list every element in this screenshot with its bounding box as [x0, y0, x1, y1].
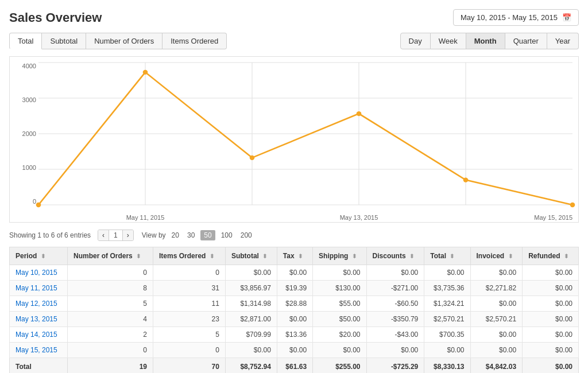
date-range-button[interactable]: May 10, 2015 - May 15, 2015 📅: [453, 9, 579, 26]
view-30[interactable]: 30: [185, 230, 197, 240]
cell-tax: $13.36: [277, 327, 312, 343]
table-row: May 14, 2015 2 5 $709.99 $13.36 $20.00 -…: [10, 327, 579, 343]
tab-total[interactable]: Total: [9, 33, 42, 49]
cell-discounts: -$271.00: [366, 281, 424, 296]
sort-icon-invoiced: ⬍: [508, 253, 513, 259]
prev-page-btn[interactable]: ‹: [98, 230, 109, 240]
cell-tax: $0.00: [277, 312, 312, 327]
y-label-0: 0: [33, 198, 36, 205]
cell-orders: 4: [68, 312, 153, 327]
footer-discounts: -$725.29: [366, 358, 424, 374]
y-label-4000: 4000: [22, 63, 36, 69]
cell-invoiced: $2,570.21: [470, 312, 523, 327]
period-day[interactable]: Day: [400, 33, 431, 49]
cell-total: $3,735.36: [424, 281, 470, 296]
cell-refunded: $0.00: [523, 265, 579, 281]
tab-subtotal[interactable]: Subtotal: [42, 33, 86, 49]
col-refunded[interactable]: Refunded ⬍: [523, 247, 579, 265]
col-invoiced[interactable]: Invoiced ⬍: [470, 247, 523, 265]
cell-items: 0: [153, 265, 226, 281]
svg-point-10: [143, 70, 148, 75]
cell-total: $0.00: [424, 265, 470, 281]
col-period[interactable]: Period ⬍: [10, 247, 68, 265]
table-row: May 15, 2015 0 0 $0.00 $0.00 $0.00 $0.00…: [10, 343, 579, 358]
cell-subtotal: $1,314.98: [225, 296, 277, 312]
x-label-may13: May 13, 2015: [340, 214, 378, 221]
view-by-label: View by: [142, 231, 166, 239]
cell-items: 23: [153, 312, 226, 327]
cell-orders: 0: [68, 265, 153, 281]
view-200[interactable]: 200: [238, 230, 254, 240]
cell-subtotal: $0.00: [225, 343, 277, 358]
cell-tax: $0.00: [277, 343, 312, 358]
cell-shipping: $55.00: [313, 296, 366, 312]
col-tax[interactable]: Tax ⬍: [277, 247, 312, 265]
svg-point-14: [570, 203, 575, 207]
sort-icon-items: ⬍: [210, 253, 214, 259]
view-50[interactable]: 50: [200, 230, 215, 240]
cell-shipping: $130.00: [313, 281, 366, 296]
period-buttons: Day Week Month Quarter Year: [400, 33, 579, 49]
col-orders[interactable]: Number of Orders ⬍: [68, 247, 153, 265]
footer-shipping: $255.00: [313, 358, 366, 374]
cell-period[interactable]: May 14, 2015: [10, 327, 68, 343]
next-page-btn[interactable]: ›: [123, 230, 133, 240]
period-quarter[interactable]: Quarter: [505, 33, 547, 49]
cell-discounts: -$43.00: [366, 327, 424, 343]
cell-shipping: $20.00: [313, 327, 366, 343]
cell-total: $2,570.21: [424, 312, 470, 327]
period-year[interactable]: Year: [547, 33, 579, 49]
cell-period[interactable]: May 15, 2015: [10, 343, 68, 358]
date-range-text: May 10, 2015 - May 15, 2015: [461, 13, 558, 22]
cell-invoiced: $0.00: [470, 265, 523, 281]
sort-icon-total: ⬍: [450, 253, 454, 259]
svg-point-9: [36, 203, 41, 207]
cell-total: $1,324.21: [424, 296, 470, 312]
sort-icon-orders: ⬍: [136, 253, 141, 259]
cell-items: 5: [153, 327, 226, 343]
view-20[interactable]: 20: [169, 230, 181, 240]
view-100[interactable]: 100: [219, 230, 235, 240]
cell-orders: 5: [68, 296, 153, 312]
period-month[interactable]: Month: [466, 33, 505, 49]
current-page: 1: [109, 230, 123, 240]
cell-period[interactable]: May 13, 2015: [10, 312, 68, 327]
page-nav-top[interactable]: ‹ 1 ›: [98, 230, 134, 241]
cell-discounts: -$350.79: [366, 312, 424, 327]
calendar-icon: 📅: [562, 13, 571, 22]
x-label-may11: May 11, 2015: [126, 214, 165, 221]
cell-shipping: $0.00: [313, 265, 366, 281]
y-label-2000: 2000: [22, 130, 36, 137]
col-items[interactable]: Items Ordered ⬍: [153, 247, 226, 265]
cell-invoiced: $0.00: [470, 296, 523, 312]
table-row: May 12, 2015 5 11 $1,314.98 $28.88 $55.0…: [10, 296, 579, 312]
footer-label: Total: [10, 358, 68, 374]
footer-invoiced: $4,842.03: [470, 358, 523, 374]
cell-tax: $0.00: [277, 265, 312, 281]
svg-point-12: [357, 111, 362, 116]
cell-invoiced: $0.00: [470, 327, 523, 343]
col-total[interactable]: Total ⬍: [424, 247, 470, 265]
cell-total: $700.35: [424, 327, 470, 343]
table-row: May 11, 2015 8 31 $3,856.97 $19.39 $130.…: [10, 281, 579, 296]
footer-refunded: $0.00: [523, 358, 579, 374]
x-label-may15: May 15, 2015: [534, 214, 572, 221]
col-shipping[interactable]: Shipping ⬍: [313, 247, 366, 265]
table-row: May 13, 2015 4 23 $2,871.00 $0.00 $50.00…: [10, 312, 579, 327]
svg-point-13: [463, 177, 469, 182]
sort-icon-subtotal: ⬍: [262, 253, 267, 259]
cell-discounts: $0.00: [366, 343, 424, 358]
tab-items-ordered[interactable]: Items Ordered: [163, 33, 227, 49]
col-subtotal[interactable]: Subtotal ⬍: [225, 247, 277, 265]
y-label-3000: 3000: [22, 96, 36, 103]
col-discounts[interactable]: Discounts ⬍: [366, 247, 424, 265]
cell-shipping: $50.00: [313, 312, 366, 327]
cell-orders: 0: [68, 343, 153, 358]
cell-period[interactable]: May 12, 2015: [10, 296, 68, 312]
sales-chart: 4000 3000 2000 1000 0 May 11, 2015 May 1…: [9, 56, 579, 223]
cell-period[interactable]: May 11, 2015: [10, 281, 68, 296]
tab-number-of-orders[interactable]: Number of Orders: [86, 33, 163, 49]
period-week[interactable]: Week: [431, 33, 466, 49]
cell-period[interactable]: May 10, 2015: [10, 265, 68, 281]
metric-tabs: Total Subtotal Number of Orders Items Or…: [9, 33, 227, 49]
